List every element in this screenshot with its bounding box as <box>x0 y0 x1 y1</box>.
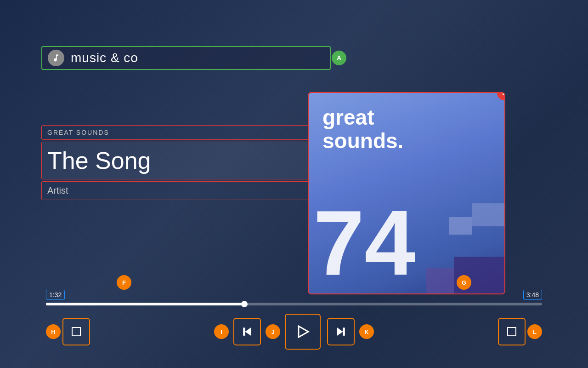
app-bar: music & co A <box>41 46 331 70</box>
progress-bar-container[interactable]: 1:32 3:48 <box>46 303 542 305</box>
badge-f: F <box>117 275 131 290</box>
time-current: 1:32 <box>46 290 65 300</box>
right-extra-button[interactable] <box>498 318 526 345</box>
left-extra-button[interactable] <box>62 318 90 345</box>
svg-rect-0 <box>72 328 80 336</box>
badge-a: A <box>332 51 346 65</box>
play-button[interactable] <box>285 314 321 350</box>
progress-thumb <box>241 301 248 307</box>
svg-marker-1 <box>246 328 251 335</box>
badge-k: K <box>359 324 374 339</box>
svg-rect-6 <box>508 328 516 336</box>
prev-button[interactable] <box>233 318 261 345</box>
playlist-label: GREAT SOUNDS <box>47 129 109 136</box>
info-section: GREAT SOUNDS B The Song C Artist D <box>41 125 331 200</box>
next-button[interactable] <box>327 318 355 345</box>
playlist-box: GREAT SOUNDS B <box>41 125 331 140</box>
svg-marker-3 <box>299 326 308 337</box>
svg-rect-2 <box>243 328 245 335</box>
svg-marker-4 <box>337 328 343 335</box>
music-icon <box>48 50 64 66</box>
left-panel: music & co A GREAT SOUNDS B The Song C A… <box>41 46 331 200</box>
progress-fill <box>46 303 244 305</box>
player-section: 1:32 3:48 H I J <box>46 303 542 350</box>
controls-right: L <box>496 318 542 345</box>
album-text: great sounds. <box>322 106 403 152</box>
album-number: 74 <box>313 197 415 289</box>
time-total: 3:48 <box>523 290 542 300</box>
badge-h: H <box>46 324 61 339</box>
album-art: E great sounds. 74 <box>308 92 505 294</box>
badge-j: J <box>266 324 280 339</box>
badge-g: G <box>457 275 471 290</box>
svg-rect-5 <box>343 328 345 335</box>
controls-left: H <box>46 318 92 345</box>
artist-name: Artist <box>47 185 68 196</box>
album-art-inner: great sounds. 74 <box>309 93 504 293</box>
badge-i: I <box>214 324 229 339</box>
controls-center: I J K <box>214 314 374 350</box>
controls-row: H I J <box>46 314 542 350</box>
artist-box: Artist D <box>41 181 331 200</box>
song-title: The Song <box>47 147 151 174</box>
app-title: music & co <box>71 51 138 65</box>
badge-l: L <box>527 324 542 339</box>
song-box: The Song C <box>41 142 331 179</box>
